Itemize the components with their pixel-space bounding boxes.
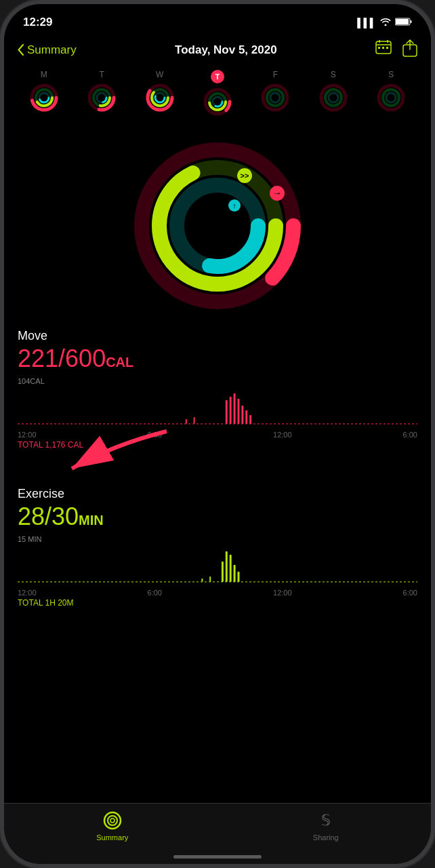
svg-point-36 <box>270 93 280 102</box>
move-section: Move 221/600CAL <box>4 321 431 373</box>
day-label-4: F <box>273 70 278 79</box>
move-label: Move <box>18 329 417 343</box>
svg-point-74 <box>104 812 121 829</box>
nav-header: Summary Today, Nov 5, 2020 <box>4 34 431 67</box>
day-item-5[interactable]: S <box>318 70 349 117</box>
exercise-x-0: 12:00 <box>18 589 37 597</box>
svg-rect-63 <box>186 419 187 424</box>
status-icons: ▌▌▌ <box>357 18 412 28</box>
exercise-current: 28 <box>18 502 45 530</box>
battery-icon <box>395 18 412 28</box>
phone-screen: 12:29 ▌▌▌ <box>4 4 431 864</box>
day-label-0: M <box>41 70 47 79</box>
exercise-chart-y-label: 15 MIN <box>18 535 41 543</box>
summary-tab-icon <box>102 810 123 831</box>
share-icon[interactable] <box>402 39 417 60</box>
move-value: 221/600CAL <box>18 344 417 373</box>
tab-summary-label: Summary <box>96 833 128 842</box>
svg-rect-5 <box>387 40 388 43</box>
svg-text:→: → <box>273 188 282 198</box>
signal-icon: ▌▌▌ <box>357 18 376 28</box>
svg-rect-8 <box>386 47 388 49</box>
tab-summary[interactable]: Summary <box>96 810 128 842</box>
arrow-annotation <box>4 438 431 479</box>
day-selector: M T <box>4 67 431 124</box>
svg-point-42 <box>386 93 396 102</box>
svg-rect-70 <box>234 565 236 582</box>
svg-rect-73 <box>209 576 211 582</box>
exercise-total: TOTAL 1H 20M <box>18 598 417 608</box>
arrow-svg <box>58 425 194 479</box>
svg-rect-57 <box>230 397 232 424</box>
exercise-value: 28/30MIN <box>18 502 417 531</box>
day-item-2[interactable]: W <box>144 70 175 117</box>
exercise-x-1: 6:00 <box>148 589 162 597</box>
svg-point-39 <box>329 93 338 102</box>
nav-icons <box>375 39 417 60</box>
exercise-goal: 30 <box>51 502 79 530</box>
svg-rect-68 <box>226 551 228 582</box>
svg-point-76 <box>110 818 115 823</box>
svg-rect-61 <box>245 410 247 424</box>
back-label: Summary <box>27 43 77 57</box>
svg-rect-58 <box>234 393 236 424</box>
svg-rect-69 <box>230 555 232 582</box>
home-indicator <box>173 855 262 859</box>
exercise-x-3: 6:00 <box>403 589 417 597</box>
day-item-today[interactable]: T <box>202 70 233 117</box>
back-button[interactable]: Summary <box>18 43 77 57</box>
svg-rect-59 <box>238 399 240 424</box>
move-current: 221 <box>18 344 58 372</box>
svg-text:↑: ↑ <box>232 201 236 210</box>
day-label-1: T <box>99 70 104 79</box>
wifi-icon <box>380 18 391 28</box>
svg-rect-2 <box>396 19 409 24</box>
svg-rect-72 <box>201 578 203 582</box>
svg-rect-67 <box>222 561 224 582</box>
svg-text:𝕊: 𝕊 <box>321 812 331 829</box>
day-label-6: S <box>388 70 394 79</box>
svg-rect-1 <box>411 20 412 23</box>
status-bar: 12:29 ▌▌▌ <box>4 4 431 34</box>
tab-sharing-label: Sharing <box>313 833 339 842</box>
svg-rect-60 <box>241 406 243 424</box>
day-label-2: W <box>156 70 163 79</box>
move-chart-y-label: 104CAL <box>18 377 45 385</box>
svg-text:>>: >> <box>241 172 249 180</box>
exercise-section: Exercise 28/30MIN <box>4 479 431 531</box>
svg-rect-71 <box>238 572 240 582</box>
move-goal: 600 <box>65 344 106 372</box>
exercise-unit: MIN <box>79 513 104 528</box>
svg-rect-62 <box>249 415 251 424</box>
svg-point-75 <box>108 816 117 825</box>
calendar-icon[interactable] <box>375 39 392 60</box>
tab-sharing[interactable]: 𝕊 Sharing <box>313 810 339 842</box>
day-item-6[interactable]: S <box>375 70 407 117</box>
svg-rect-6 <box>378 47 380 49</box>
today-circle: T <box>211 70 224 83</box>
svg-rect-7 <box>382 47 384 49</box>
svg-rect-56 <box>226 400 228 424</box>
exercise-x-2: 12:00 <box>273 589 292 597</box>
day-item-0[interactable]: M <box>28 70 60 117</box>
activity-ring-container: → >> ↑ <box>4 124 431 321</box>
exercise-chart: 15 MIN 12:00 6:00 12:00 6:00 TOTAL <box>18 535 417 596</box>
status-time: 12:29 <box>23 16 52 29</box>
activity-ring-big: → >> ↑ <box>129 138 306 314</box>
phone-frame: 12:29 ▌▌▌ <box>0 0 435 868</box>
day-item-4[interactable]: F <box>260 70 291 117</box>
day-label-5: S <box>331 70 336 79</box>
svg-rect-4 <box>379 40 380 43</box>
day-item-1[interactable]: T <box>86 70 117 117</box>
exercise-chart-svg <box>18 545 417 589</box>
header-date: Today, Nov 5, 2020 <box>175 43 277 57</box>
sharing-tab-icon: 𝕊 <box>316 810 336 831</box>
move-unit: CAL <box>106 355 133 370</box>
exercise-chart-x-labels: 12:00 6:00 12:00 6:00 <box>18 589 417 597</box>
svg-rect-64 <box>194 417 195 424</box>
tab-bar: Summary 𝕊 Sharing <box>4 803 431 864</box>
exercise-label: Exercise <box>18 487 417 501</box>
